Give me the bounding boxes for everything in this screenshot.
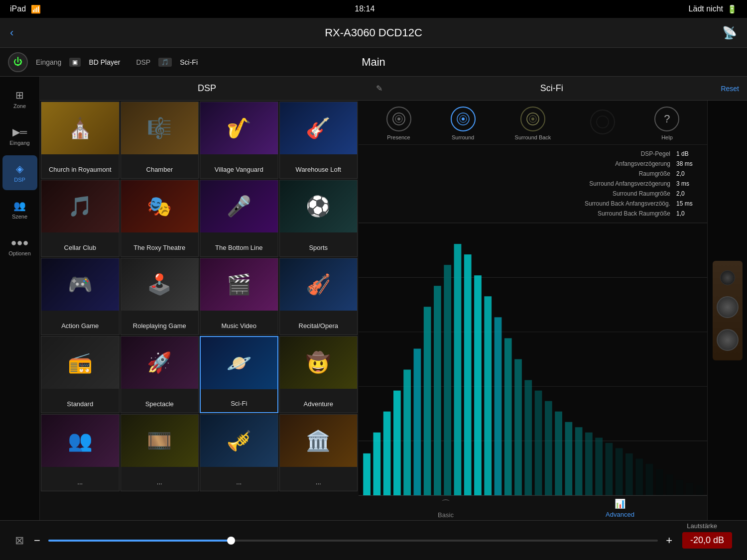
dsp-thumb-row4b: 🎞️ [121, 415, 199, 467]
dsp-item-recital[interactable]: 🎻 Recital/Opera [279, 258, 358, 335]
control-bar: ⏻ Eingang ▣ BD Player DSP 🎵 Sci-Fi Main [0, 48, 747, 77]
szene-icon: 👥 [13, 200, 26, 212]
presence-ring [386, 107, 411, 131]
dsp-item-row4a[interactable]: 👥 ... [41, 414, 120, 491]
dsp-item-roxy[interactable]: 🎭 The Roxy Theatre [121, 180, 199, 257]
sidebar-item-optionen[interactable]: ●●● Optionen [2, 229, 37, 264]
dsp-item-row4b[interactable]: 🎞️ ... [121, 414, 199, 491]
dsp-item-sports[interactable]: ⚽ Sports [279, 180, 358, 257]
volume-track[interactable] [48, 540, 658, 542]
dsp-item-scifi[interactable]: 🪐 Sci-Fi [200, 336, 278, 413]
dsp-label-scifi: Sci-Fi [229, 400, 249, 408]
sidebar-item-zone[interactable]: ⊞ Zone [2, 82, 37, 116]
dsp-label-village: Village Vanguard [213, 166, 265, 174]
svg-rect-28 [484, 296, 492, 495]
setting-row: Anfangsverzögerung 38 ms [365, 159, 701, 169]
setting-name: Surround Anfangsverzögerung [365, 180, 670, 187]
dsp-content: ⛪ Church in Royaumont 🎼 Chamber 🎷 Villag… [40, 101, 747, 520]
dsp-item-spectacle[interactable]: 🚀 Spectacle [121, 336, 199, 413]
dsp-item-row4d[interactable]: 🏛️ ... [279, 414, 358, 491]
dsp-item-musicvideo[interactable]: 🎬 Music Video [200, 258, 278, 335]
sidebar-item-eingang[interactable]: ▶═ Eingang [2, 118, 37, 153]
surround-back-ring [520, 107, 545, 131]
speaker-ctrl-help[interactable]: ? Help [654, 107, 679, 140]
dsp-item-row4c[interactable]: 🎺 ... [200, 414, 278, 491]
setting-row: Raumgröße 2,0 [365, 169, 701, 179]
edit-icon[interactable]: ✎ [376, 84, 382, 93]
dsp-item-warehouse[interactable]: 🎸 Warehouse Loft [279, 102, 358, 179]
svg-rect-17 [373, 433, 380, 495]
volume-plus-button[interactable]: + [666, 534, 672, 547]
setting-value: 1,0 [676, 210, 701, 217]
setting-value: 2,0 [676, 170, 701, 177]
tab-advanced[interactable]: 📊 Advanced [533, 496, 707, 520]
dsp-thumb-row4a: 👥 [41, 415, 119, 467]
svg-rect-36 [565, 422, 572, 495]
tweeter [720, 270, 735, 285]
svg-rect-39 [595, 438, 603, 495]
dsp-thumb-roxy: 🎭 [121, 180, 199, 232]
setting-row: DSP-Pegel 1 dB [365, 149, 701, 159]
main-layout: ⊞ Zone ▶═ Eingang ◈ DSP 👥 Szene ●●● Opti… [0, 77, 747, 520]
sidebar-item-dsp[interactable]: ◈ DSP [2, 155, 37, 190]
dsp-label-musicvideo: Music Video [219, 322, 258, 331]
dsp-label-roleplaying: Roleplaying Game [131, 322, 188, 331]
svg-rect-47 [676, 479, 683, 495]
dsp-label-row4c: ... [234, 478, 244, 487]
eingang-nav-label: Eingang [9, 140, 29, 146]
dsp-label-chamber: Chamber [144, 166, 175, 174]
setting-name: Surround Raumgröße [365, 190, 670, 197]
optionen-label: Optionen [8, 250, 31, 256]
zone-label: Zone [13, 103, 26, 109]
svg-rect-44 [646, 464, 653, 495]
dsp-thumb-sports: ⚽ [280, 180, 358, 232]
speaker-ctrl-presence[interactable]: Presence [386, 107, 411, 140]
tab-basic[interactable]: ⌒ Basic [359, 496, 533, 520]
dsp-item-cellar[interactable]: 🎵 Cellar Club [41, 180, 120, 257]
setting-name: Raumgröße [365, 170, 670, 177]
svg-rect-18 [383, 412, 391, 495]
dsp-label-standard: Standard [65, 400, 95, 409]
dsp-nav-icon: ◈ [16, 163, 23, 175]
svg-rect-31 [514, 359, 522, 496]
speaker-ctrl-surround[interactable]: Surround [451, 107, 476, 140]
dsp-item-bottomline[interactable]: 🎤 The Bottom Line [200, 180, 278, 257]
mute-button[interactable]: ⊠ [15, 534, 24, 547]
dsp-item-standard[interactable]: 📻 Standard [41, 336, 120, 413]
spectrum-svg [359, 223, 707, 495]
svg-point-5 [462, 117, 465, 120]
dsp-item-action[interactable]: 🎮 Action Game [41, 258, 120, 335]
speaker-ctrl-surround-back[interactable]: Surround Back [515, 107, 551, 140]
back-button[interactable]: ‹ [10, 26, 13, 39]
dsp-thumb-scifi: 🪐 [201, 337, 277, 389]
svg-rect-45 [656, 469, 663, 495]
dsp-panel-title: DSP [198, 83, 216, 93]
dsp-label: DSP [136, 58, 150, 66]
sidebar-item-szene[interactable]: 👥 Szene [2, 192, 37, 227]
dsp-settings: DSP-Pegel 1 dB Anfangsverzögerung 38 ms … [359, 145, 707, 223]
volume-knob[interactable] [227, 537, 235, 545]
dsp-panel-header: DSP ✎ Sci-Fi Reset [40, 77, 747, 101]
wifi-icon: 📶 [31, 4, 41, 14]
reset-button[interactable]: Reset [721, 85, 739, 93]
dsp-item-chamber[interactable]: 🎼 Chamber [121, 102, 199, 179]
dsp-thumb-row4c: 🎺 [200, 415, 278, 467]
power-button[interactable]: ⏻ [8, 52, 28, 72]
svg-rect-23 [434, 286, 441, 495]
ipad-label: iPad [10, 4, 26, 13]
wifi-audio-icon: 📡 [722, 26, 737, 40]
dsp-value: Sci-Fi [180, 58, 198, 66]
volume-fill [48, 540, 231, 542]
dsp-thumb-warehouse: 🎸 [280, 102, 358, 154]
dsp-thumb-recital: 🎻 [280, 258, 358, 311]
dsp-item-roleplaying[interactable]: 🕹️ Roleplaying Game [121, 258, 199, 335]
dsp-item-adventure[interactable]: 🤠 Adventure [279, 336, 358, 413]
svg-rect-19 [393, 391, 401, 495]
volume-minus-button[interactable]: − [34, 534, 40, 547]
dsp-item-village[interactable]: 🎷 Village Vanguard [200, 102, 278, 179]
svg-rect-41 [616, 448, 623, 495]
bottom-bar: ⊠ − + Lautstärke -20,0 dB [0, 520, 747, 560]
status-right: Lädt nicht 🔋 [689, 4, 737, 14]
volume-db-display: -20,0 dB [682, 532, 732, 549]
dsp-item-church[interactable]: ⛪ Church in Royaumont [41, 102, 120, 179]
